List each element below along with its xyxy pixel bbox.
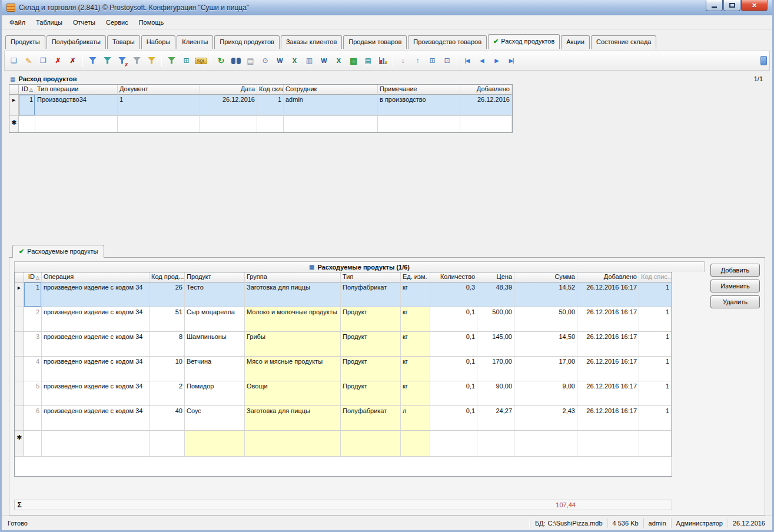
cell[interactable]: Заготовка для пиццы [245, 282, 341, 307]
filter-favorite-icon[interactable] [145, 54, 158, 68]
cell[interactable]: 3 [24, 332, 42, 357]
cell[interactable] [577, 431, 639, 457]
cell[interactable]: 1 [639, 282, 672, 307]
export-excel-icon[interactable]: X [288, 54, 301, 68]
menu-reports[interactable]: Отчеты [68, 17, 101, 28]
cell[interactable]: 26.12.2016 16:17 [577, 307, 639, 332]
cell[interactable]: 10 [150, 357, 185, 381]
cell[interactable]: 1 [639, 357, 672, 381]
detail-row[interactable]: ► 1 произведено изделие с кодом 34 26 Те… [15, 282, 672, 307]
cell[interactable]: произведено изделие с кодом 34 [42, 357, 150, 381]
cell[interactable]: Продукт [341, 307, 401, 332]
cell[interactable]: Овощи [245, 381, 341, 406]
cell[interactable]: Сыр моцарелла [185, 307, 245, 332]
col-header-writeoff-code[interactable]: Код спис... [639, 272, 672, 282]
tab-akcii[interactable]: Акции [561, 35, 590, 49]
advanced-filter-icon[interactable] [165, 54, 178, 68]
cell[interactable]: Ветчина [185, 357, 245, 381]
delete-record-icon[interactable]: ✗ [51, 54, 65, 68]
row-selector[interactable] [15, 381, 24, 406]
copy-record-icon[interactable]: ❐ [36, 54, 50, 68]
cell[interactable] [150, 431, 185, 457]
cell[interactable] [460, 116, 512, 132]
cell[interactable]: кг [401, 381, 430, 406]
print-icon[interactable]: ▤ [244, 54, 257, 68]
cell[interactable]: 1 [257, 95, 284, 116]
report-word-icon[interactable]: W [317, 54, 331, 68]
cell[interactable] [284, 116, 378, 132]
edit-record-icon[interactable]: ✎ [22, 54, 35, 68]
cell[interactable] [200, 116, 257, 132]
cell[interactable]: 17,00 [514, 357, 577, 381]
toolbar-grip[interactable] [760, 56, 767, 65]
cell[interactable] [257, 116, 284, 132]
cell[interactable]: 1 [639, 406, 672, 431]
edit-button[interactable]: Изменить [710, 280, 760, 292]
master-row[interactable]: ► 1 Производство34 1 26.12.2016 1 admin … [9, 95, 512, 116]
cell[interactable] [477, 431, 514, 457]
cell[interactable]: 1 [639, 307, 672, 332]
cell[interactable]: 4 [24, 357, 42, 381]
cell[interactable]: 1 [639, 381, 672, 406]
tab-zakazy-klientov[interactable]: Заказы клиентов [281, 35, 342, 49]
export-calc-icon[interactable]: ▦ [347, 54, 360, 68]
cell[interactable] [19, 116, 35, 132]
corner-cell[interactable] [15, 272, 24, 282]
report-excel-icon[interactable]: X [332, 54, 346, 68]
col-header-added[interactable]: Добавлено [460, 85, 512, 95]
cell[interactable]: Соус [185, 406, 245, 431]
chart-icon[interactable] [376, 54, 390, 68]
col-header-sum[interactable]: Сумма [514, 272, 577, 282]
cell[interactable] [245, 431, 341, 457]
cell[interactable]: 26.12.2016 16:17 [577, 406, 639, 431]
cell[interactable] [185, 431, 245, 457]
cell[interactable]: 0,1 [430, 307, 477, 332]
cell[interactable]: Помидор [185, 381, 245, 406]
cell[interactable]: кг [401, 307, 430, 332]
col-header-quantity[interactable]: Количество [430, 272, 477, 282]
cell[interactable] [24, 431, 42, 457]
delete-filtered-icon[interactable]: ✗ [66, 54, 79, 68]
new-record-icon[interactable]: ❏ [7, 54, 21, 68]
cell[interactable]: Продукт [341, 381, 401, 406]
cell[interactable]: 26.12.2016 [460, 95, 512, 116]
new-row[interactable]: ✱ [15, 431, 672, 457]
cell[interactable]: 1 [19, 95, 35, 116]
filter-by-value-icon[interactable] [101, 54, 114, 68]
cell[interactable]: произведено изделие с кодом 34 [42, 332, 150, 357]
cell[interactable]: 26.12.2016 16:17 [577, 357, 639, 381]
next-record-icon[interactable]: ▶ [490, 54, 503, 68]
delete-button[interactable]: Удалить [710, 295, 760, 308]
cell[interactable]: кг [401, 332, 430, 357]
cell[interactable]: произведено изделие с кодом 34 [42, 406, 150, 431]
cell[interactable]: произведено изделие с кодом 34 [42, 282, 150, 307]
menu-service[interactable]: Сервис [101, 17, 134, 28]
row-selector[interactable] [15, 307, 24, 332]
detail-row[interactable]: 6 произведено изделие с кодом 34 40 Соус… [15, 406, 672, 431]
current-row-marker[interactable]: ► [15, 282, 24, 307]
prev-record-icon[interactable]: ◀ [475, 54, 489, 68]
maximize-button[interactable] [723, 0, 740, 11]
cell[interactable]: 26.12.2016 16:17 [577, 332, 639, 357]
col-header-id[interactable]: ID△ [19, 85, 35, 95]
cell[interactable]: 8 [150, 332, 185, 357]
detail-row[interactable]: 4 произведено изделие с кодом 34 10 Ветч… [15, 357, 672, 381]
cell[interactable]: Мясо и мясные продукты [245, 357, 341, 381]
tab-rashoduemye-produkty[interactable]: ✔ Расходуемые продукты [12, 245, 104, 258]
cell[interactable]: 170,00 [477, 357, 514, 381]
cell[interactable]: Полуфабрикат [341, 406, 401, 431]
cell[interactable]: 145,00 [477, 332, 514, 357]
cell[interactable]: 48,39 [477, 282, 514, 307]
minimize-button[interactable] [706, 0, 723, 11]
cell[interactable] [401, 431, 430, 457]
group-panel-icon[interactable]: ⊞ [180, 54, 193, 68]
filter-icon[interactable] [86, 54, 99, 68]
cell[interactable]: 1 [118, 95, 200, 116]
cell[interactable]: Молоко и молочные продукты [245, 307, 341, 332]
filter-custom-icon[interactable] [130, 54, 144, 68]
cell[interactable]: в производство [378, 95, 460, 116]
cell[interactable]: 26.12.2016 [200, 95, 257, 116]
cell[interactable]: 26.12.2016 16:17 [577, 381, 639, 406]
tab-prihod-produktov[interactable]: Приход продуктов [214, 35, 280, 49]
add-button[interactable]: Добавить [710, 264, 760, 277]
